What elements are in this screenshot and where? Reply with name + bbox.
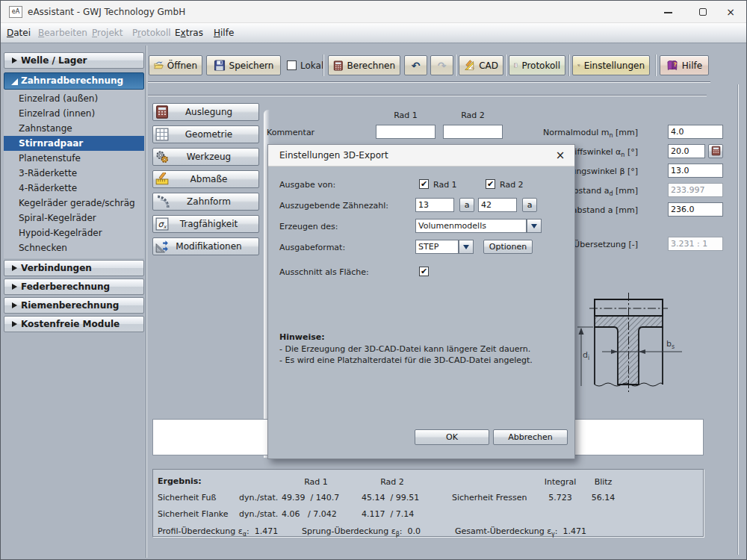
sidebar-item-hypoid-kegelraeder[interactable]: Hypoid-Kegelräder	[4, 225, 144, 240]
zaehnezahl-rad2-input[interactable]	[478, 198, 517, 212]
menu-protokoll[interactable]: Protokoll	[132, 23, 171, 43]
ok-button[interactable]: OK	[415, 429, 489, 445]
app-icon: eA	[9, 6, 22, 18]
sidebar-section-welle-lager[interactable]: Welle / Lager	[4, 52, 144, 69]
content-divider	[148, 95, 707, 96]
calculator-icon	[711, 146, 721, 156]
title-bar[interactable]: eA eAssistant - GWJ Technology GmbH ×	[1, 1, 747, 23]
sidebar-divider	[146, 46, 147, 558]
settings-button[interactable]: Einstellungen	[572, 55, 650, 75]
sidebar-item-planetenstufe[interactable]: Planetenstufe	[4, 151, 144, 166]
open-button[interactable]: Öffnen	[149, 55, 202, 75]
fuss-rad1-value: 49.39 / 140.7	[282, 493, 339, 503]
results-rad1-header: Rad 1	[286, 477, 346, 487]
rad2-checkbox-label: Rad 2	[500, 180, 524, 190]
optionen-button[interactable]: Optionen	[483, 240, 533, 254]
cad-button[interactable]: CAD	[459, 55, 503, 75]
results-title: Ergebnis:	[158, 476, 202, 486]
zaehnezahl-rad1-all-button[interactable]: a	[459, 198, 474, 212]
cad-ruler-pencil-icon	[464, 60, 475, 71]
sidebar-item-kegelraeder[interactable]: Kegelräder gerade/schräg	[4, 196, 144, 211]
sidebar-item-spiral-kegelraeder[interactable]: Spiral-Kegelräder	[4, 211, 144, 225]
sidebar-section-verbindungen[interactable]: Verbindungen	[4, 260, 144, 276]
abmasse-button[interactable]: Abmaße	[152, 170, 259, 188]
ausgabe-von-label: Ausgabe von:	[279, 180, 335, 190]
minimize-button[interactable]	[653, 1, 683, 23]
rad2-checkbox[interactable]: ✔	[486, 179, 495, 189]
zaehnezahl-rad1-input[interactable]	[415, 198, 454, 212]
tragfaehigkeit-button[interactable]: σx Tragfähigkeit	[152, 215, 259, 233]
sprung-ueberdeckung: Sprung-Überdeckung εβ: 0.0	[302, 526, 421, 538]
bs-dimension-label: bs	[666, 339, 675, 350]
toolbar-separator	[323, 55, 324, 76]
sidebar-item-stirnradpaar[interactable]: Stirnradpaar	[4, 136, 144, 151]
sidebar-item-einzelrad-innen[interactable]: Einzelrad (innen)	[4, 106, 144, 121]
grid-icon	[155, 128, 170, 141]
flanke-rad2-value: 4.117 / 7.14	[362, 509, 414, 519]
menu-projekt[interactable]: Projekt	[92, 23, 123, 43]
chevron-right-icon	[12, 321, 17, 327]
menu-datei[interactable]: Datei	[7, 23, 31, 43]
ruler-pencil-icon	[155, 172, 170, 186]
toolbar-separator	[655, 55, 657, 76]
sidebar-item-4-raederkette[interactable]: 4-Räderkette	[4, 181, 144, 196]
compute-button[interactable]: Berechnen	[328, 55, 400, 75]
local-checkbox[interactable]	[287, 60, 297, 70]
rad1-checkbox[interactable]: ✔	[419, 179, 429, 189]
sidebar-item-einzelrad-aussen[interactable]: Einzelrad (außen)	[4, 91, 144, 106]
chevron-right-icon	[12, 302, 17, 308]
dialog-title-bar[interactable]: Einstellungen 3D-Export	[268, 145, 574, 167]
werkzeug-button[interactable]: Werkzeug	[152, 148, 259, 166]
menu-hilfe[interactable]: Hilfe	[214, 23, 234, 43]
redo-button[interactable]: ↷	[430, 55, 453, 75]
geometrie-button[interactable]: Geometrie	[152, 125, 259, 143]
cancel-button[interactable]: Abbrechen	[493, 429, 568, 445]
ausschnitt-checkbox[interactable]: ✔	[419, 267, 429, 276]
sidebar-item-zahnstange[interactable]: Zahnstange	[4, 121, 144, 136]
uebersetzung-output	[668, 237, 723, 251]
help-button[interactable]: ? Hilfe	[660, 55, 709, 75]
erzeugen-dropdown-button[interactable]	[527, 219, 542, 233]
eingriffswinkel-input[interactable]	[668, 144, 705, 158]
zahnform-button[interactable]: Zahnform	[152, 193, 259, 211]
zaehnezahl-rad2-all-button[interactable]: a	[522, 198, 537, 212]
save-button[interactable]: Speichern	[206, 55, 281, 75]
sidebar-item-3-raederkette[interactable]: 3-Räderkette	[4, 166, 144, 181]
maximize-button[interactable]	[688, 1, 718, 23]
auslegung-button[interactable]: Auslegung	[152, 103, 259, 121]
sidebar-section-riemenberechnung[interactable]: Riemenberechnung	[4, 297, 144, 314]
close-button[interactable]: ×	[716, 1, 746, 23]
sidebar-section-zahnradberechnung[interactable]: Zahnradberechnung	[4, 72, 144, 90]
window-title: eAssistant - GWJ Technology GmbH	[28, 1, 185, 23]
menu-bearbeiten[interactable]: Bearbeiten	[38, 23, 87, 43]
sidebar-section-kostenfreie-module[interactable]: Kostenfreie Module	[4, 316, 144, 332]
results-panel: Ergebnis: Rad 1 Rad 2 Integral Blitz Sic…	[152, 469, 704, 537]
dialog-close-button[interactable]: ×	[552, 145, 568, 167]
floppy-disk-icon	[214, 60, 226, 71]
results-blitz-header: Blitz	[575, 477, 631, 487]
format-dropdown-button[interactable]	[459, 240, 474, 254]
schraegungswinkel-input[interactable]	[668, 164, 723, 178]
eingriffswinkel-calc-button[interactable]	[708, 144, 723, 158]
gear-profile-icon	[155, 195, 170, 208]
chevron-expanded-icon	[11, 78, 18, 85]
help-book-icon: ?	[666, 60, 678, 71]
calculator-icon	[333, 60, 344, 72]
protocol-button[interactable]: Protokoll	[509, 55, 565, 75]
ausgabeformat-label: Ausgabeformat:	[279, 243, 345, 252]
di-dimension-label: di	[583, 350, 589, 361]
sidebar-item-schnecken[interactable]: Schnecken	[4, 240, 144, 255]
rad1-checkbox-label: Rad 1	[433, 180, 457, 190]
undo-button[interactable]: ↶	[404, 55, 427, 75]
calculator-icon	[155, 105, 170, 119]
normalmodul-input[interactable]	[668, 125, 723, 139]
maximize-icon	[699, 8, 707, 16]
modifikationen-button[interactable]: Modifikationen	[152, 237, 259, 255]
achsabstand-input[interactable]	[668, 202, 723, 217]
notepad-icon	[514, 60, 518, 71]
hinweis-line-1: - Die Erzeugung der 3D-CAD-Datei kann lä…	[279, 344, 530, 354]
sidebar-section-federberechnung[interactable]: Federberechnung	[4, 279, 144, 295]
erzeugen-dropdown[interactable]: Volumenmodells	[415, 219, 527, 233]
format-dropdown[interactable]: STEP	[415, 240, 459, 254]
menu-extras[interactable]: Extras	[175, 23, 203, 43]
